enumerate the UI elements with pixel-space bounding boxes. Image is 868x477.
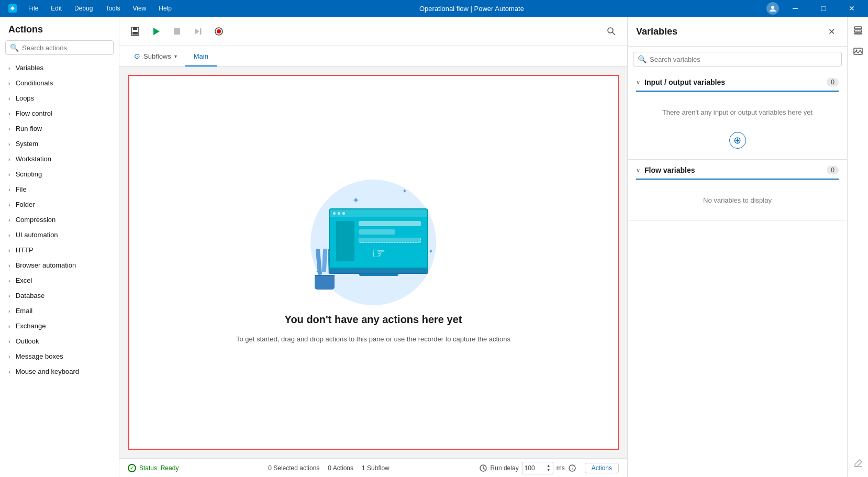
- actions-search-input[interactable]: [22, 44, 110, 52]
- flow-variables-header[interactable]: ∨ Flow variables 0: [628, 160, 847, 179]
- save-button[interactable]: [126, 22, 144, 41]
- action-item-excel[interactable]: › Excel: [0, 273, 119, 288]
- run-delay-group: Run delay 100 ▲ ▼ ms i: [479, 462, 576, 474]
- input-output-empty-text: There aren't any input or output variabl…: [628, 98, 847, 127]
- action-item-label: Email: [16, 307, 33, 315]
- eraser-icon-button[interactable]: [849, 454, 867, 473]
- add-variable-button[interactable]: ⊕: [729, 132, 746, 149]
- window-controls: ─ □ ✕: [766, 0, 864, 17]
- action-item-exchange[interactable]: › Exchange: [0, 318, 119, 334]
- action-item-system[interactable]: › System: [0, 136, 119, 151]
- action-item-compression[interactable]: › Compression: [0, 212, 119, 227]
- action-item-browser-automation[interactable]: › Browser automation: [0, 258, 119, 273]
- action-item-run-flow[interactable]: › Run flow: [0, 121, 119, 136]
- action-item-label: Mouse and keyboard: [16, 368, 79, 375]
- chevron-right-icon: ›: [8, 80, 10, 86]
- svg-point-11: [608, 28, 613, 33]
- menu-tools[interactable]: Tools: [100, 4, 125, 13]
- variables-panel-title: Variables: [636, 26, 824, 37]
- menu-debug[interactable]: Debug: [69, 4, 98, 13]
- action-item-variables[interactable]: › Variables: [0, 60, 119, 75]
- svg-rect-3: [133, 27, 137, 30]
- chevron-right-icon: ›: [8, 141, 10, 147]
- action-item-mouse-keyboard[interactable]: › Mouse and keyboard: [0, 364, 119, 379]
- flow-canvas[interactable]: ✦ ✦ ✦ ✦ ✦: [128, 75, 619, 450]
- action-item-label: Variables: [16, 64, 43, 72]
- action-item-scripting[interactable]: › Scripting: [0, 167, 119, 182]
- subflows-icon: ⊙: [134, 52, 140, 60]
- run-delay-label: Run delay: [491, 464, 519, 472]
- action-item-database[interactable]: › Database: [0, 288, 119, 303]
- action-item-label: Compression: [16, 216, 56, 224]
- actions-count: 0 Actions: [328, 464, 353, 472]
- menu-bar[interactable]: File Edit Debug Tools View Help: [23, 4, 177, 13]
- flow-variables-empty-text: No variables to display: [628, 186, 847, 215]
- variables-search-input[interactable]: [650, 56, 837, 63]
- status-ready-label: Status: Ready: [139, 464, 179, 472]
- chevron-right-icon: ›: [8, 369, 10, 375]
- action-item-flow-control[interactable]: › Flow control: [0, 106, 119, 121]
- action-item-outlook[interactable]: › Outlook: [0, 334, 119, 349]
- chevron-right-icon: ›: [8, 323, 10, 329]
- menu-view[interactable]: View: [127, 4, 151, 13]
- action-item-workstation[interactable]: › Workstation: [0, 151, 119, 167]
- laptop: ☞: [329, 208, 428, 276]
- action-item-email[interactable]: › Email: [0, 303, 119, 318]
- sparkle-icon: ✦: [402, 187, 407, 195]
- info-icon: i: [568, 464, 576, 472]
- maximize-button[interactable]: □: [811, 0, 836, 17]
- chevron-right-icon: ›: [8, 95, 10, 102]
- input-output-variables-title: Input / output variables: [644, 78, 822, 86]
- image-icon-button[interactable]: [849, 42, 867, 61]
- action-item-label: Exchange: [16, 322, 46, 330]
- action-item-ui-automation[interactable]: › UI automation: [0, 227, 119, 242]
- chevron-right-icon: ›: [8, 278, 10, 284]
- menu-file[interactable]: File: [23, 4, 43, 13]
- tab-subflows-label: Subflows: [143, 52, 171, 60]
- svg-rect-18: [854, 33, 862, 34]
- status-ready-icon: ✓: [128, 464, 136, 472]
- action-item-conditionals[interactable]: › Conditionals: [0, 75, 119, 91]
- chevron-right-icon: ›: [8, 308, 10, 314]
- user-avatar[interactable]: [766, 2, 779, 15]
- tab-main[interactable]: Main: [185, 47, 217, 66]
- run-button[interactable]: [147, 22, 165, 41]
- input-output-variables-header[interactable]: ∨ Input / output variables 0: [628, 72, 847, 91]
- toolbar: [119, 17, 627, 46]
- minimize-button[interactable]: ─: [783, 0, 807, 17]
- main-area: Actions 🔍 › Variables › Conditionals › L…: [0, 17, 868, 477]
- action-item-file[interactable]: › File: [0, 182, 119, 197]
- action-item-label: Run flow: [16, 125, 42, 132]
- action-item-message-boxes[interactable]: › Message boxes: [0, 349, 119, 364]
- app-container: Actions 🔍 › Variables › Conditionals › L…: [0, 17, 868, 477]
- record-button[interactable]: [209, 22, 228, 41]
- input-output-section-underline: [636, 91, 839, 92]
- empty-state-subtitle: To get started, drag and drop actions to…: [236, 334, 510, 345]
- close-button[interactable]: ✕: [840, 0, 864, 17]
- input-output-variables-count: 0: [827, 78, 839, 86]
- variables-search-box[interactable]: 🔍: [633, 52, 842, 66]
- layers-icon-button[interactable]: [849, 21, 867, 40]
- run-delay-input[interactable]: 100 ▲ ▼: [522, 462, 553, 474]
- menu-help[interactable]: Help: [153, 4, 177, 13]
- svg-text:i: i: [572, 466, 573, 471]
- run-delay-spinners[interactable]: ▲ ▼: [547, 464, 551, 472]
- actions-tab-button[interactable]: Actions: [585, 463, 619, 473]
- side-icons-panel: [847, 17, 868, 477]
- stop-button[interactable]: [168, 22, 186, 41]
- action-item-folder[interactable]: › Folder: [0, 197, 119, 212]
- sparkle-icon: ✦: [428, 248, 433, 255]
- canvas-search-button[interactable]: [602, 22, 621, 41]
- action-item-label: UI automation: [16, 231, 58, 239]
- window-title: Operational flow | Power Automate: [177, 5, 766, 13]
- actions-search-box[interactable]: 🔍: [5, 40, 114, 55]
- chevron-right-icon: ›: [8, 65, 10, 71]
- tab-subflows[interactable]: ⊙ Subflows ▾: [126, 47, 185, 66]
- action-item-label: HTTP: [16, 246, 34, 254]
- action-item-http[interactable]: › HTTP: [0, 242, 119, 258]
- menu-edit[interactable]: Edit: [46, 4, 67, 13]
- spinner-down-button[interactable]: ▼: [547, 468, 551, 472]
- variables-close-button[interactable]: ✕: [824, 24, 839, 39]
- next-step-button[interactable]: [188, 22, 207, 41]
- action-item-loops[interactable]: › Loops: [0, 91, 119, 106]
